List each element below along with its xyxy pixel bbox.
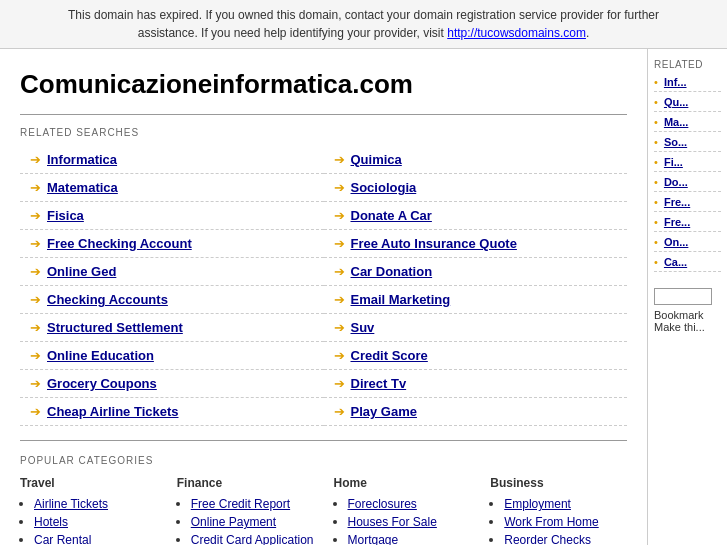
link-structured-settlement[interactable]: Structured Settlement (47, 320, 183, 335)
link-free-auto-insurance[interactable]: Free Auto Insurance Quote (351, 236, 517, 251)
sidebar-link-item: • Ma... (654, 116, 721, 132)
link-credit-score[interactable]: Credit Score (351, 348, 428, 363)
banner-link[interactable]: http://tucowsdomains.com (447, 26, 586, 40)
sidebar-link-item: • Do... (654, 176, 721, 192)
link-play-game[interactable]: Play Game (351, 404, 418, 419)
list-item: ➔ Donate A Car (324, 202, 628, 230)
sidebar-link-fre2[interactable]: Fre... (664, 216, 690, 228)
category-list-business: Employment Work From Home Reorder Checks (490, 496, 627, 545)
top-banner: This domain has expired. If you owned th… (0, 0, 727, 49)
link-online-education[interactable]: Online Education (47, 348, 154, 363)
sidebar-link-on[interactable]: On... (664, 236, 688, 248)
arrow-icon: ➔ (334, 376, 345, 391)
link-quimica[interactable]: Quimica (351, 152, 402, 167)
category-title-finance: Finance (177, 476, 314, 490)
arrow-icon: • (654, 136, 658, 148)
sidebar-link-ca[interactable]: Ca... (664, 256, 687, 268)
list-item: ➔ Free Auto Insurance Quote (324, 230, 628, 258)
link-cheap-airline[interactable]: Cheap Airline Tickets (47, 404, 179, 419)
list-item: ➔ Fisica (20, 202, 324, 230)
sidebar-link-item: • So... (654, 136, 721, 152)
arrow-icon: • (654, 176, 658, 188)
list-item: Work From Home (504, 514, 627, 529)
category-list-finance: Free Credit Report Online Payment Credit… (177, 496, 314, 545)
popular-col-home: Home Foreclosures Houses For Sale Mortga… (334, 476, 471, 545)
link-houses-for-sale[interactable]: Houses For Sale (348, 515, 437, 529)
sidebar-link-do[interactable]: Do... (664, 176, 688, 188)
site-title: Comunicazioneinformatica.com (20, 59, 627, 115)
list-item: ➔ Direct Tv (324, 370, 628, 398)
sidebar-link-ma[interactable]: Ma... (664, 116, 688, 128)
arrow-icon: ➔ (334, 292, 345, 307)
link-online-payment[interactable]: Online Payment (191, 515, 276, 529)
arrow-icon: ➔ (334, 236, 345, 251)
link-car-rental[interactable]: Car Rental (34, 533, 91, 545)
arrow-icon: ➔ (30, 376, 41, 391)
link-credit-card-application[interactable]: Credit Card Application (191, 533, 314, 545)
link-suv[interactable]: Suv (351, 320, 375, 335)
sidebar-link-so[interactable]: So... (664, 136, 687, 148)
list-item: Reorder Checks (504, 532, 627, 545)
right-links-column: ➔ Quimica ➔ Sociologia ➔ Donate A Car ➔ … (324, 146, 628, 426)
arrow-icon: ➔ (30, 292, 41, 307)
links-grid: ➔ Informatica ➔ Matematica ➔ Fisica ➔ Fr… (20, 146, 627, 426)
link-donate-a-car[interactable]: Donate A Car (351, 208, 432, 223)
sidebar-link-inf[interactable]: Inf... (664, 76, 687, 88)
popular-col-finance: Finance Free Credit Report Online Paymen… (177, 476, 314, 545)
bookmark-label: Bookmark (654, 309, 721, 321)
list-item: ➔ Cheap Airline Tickets (20, 398, 324, 426)
arrow-icon: ➔ (30, 348, 41, 363)
list-item: ➔ Credit Score (324, 342, 628, 370)
link-employment[interactable]: Employment (504, 497, 571, 511)
link-direct-tv[interactable]: Direct Tv (351, 376, 407, 391)
link-online-ged[interactable]: Online Ged (47, 264, 116, 279)
list-item: ➔ Online Education (20, 342, 324, 370)
list-item: Online Payment (191, 514, 314, 529)
link-informatica[interactable]: Informatica (47, 152, 117, 167)
list-item: Foreclosures (348, 496, 471, 511)
list-item: Credit Card Application (191, 532, 314, 545)
make-label: Make thi... (654, 321, 721, 333)
list-item: Free Credit Report (191, 496, 314, 511)
link-grocery-coupons[interactable]: Grocery Coupons (47, 376, 157, 391)
popular-grid: Travel Airline Tickets Hotels Car Rental… (20, 476, 627, 545)
link-hotels[interactable]: Hotels (34, 515, 68, 529)
left-links-column: ➔ Informatica ➔ Matematica ➔ Fisica ➔ Fr… (20, 146, 324, 426)
sidebar-link-item: • On... (654, 236, 721, 252)
link-checking-accounts[interactable]: Checking Accounts (47, 292, 168, 307)
arrow-icon: ➔ (334, 264, 345, 279)
link-mortgage[interactable]: Mortgage (348, 533, 399, 545)
arrow-icon: ➔ (30, 404, 41, 419)
arrow-icon: • (654, 256, 658, 268)
sidebar-link-item: • Qu... (654, 96, 721, 112)
sidebar-link-qu[interactable]: Qu... (664, 96, 688, 108)
sidebar-link-item: • Fre... (654, 196, 721, 212)
list-item: ➔ Structured Settlement (20, 314, 324, 342)
link-reorder-checks[interactable]: Reorder Checks (504, 533, 591, 545)
link-fisica[interactable]: Fisica (47, 208, 84, 223)
category-title-travel: Travel (20, 476, 157, 490)
sidebar-link-fre1[interactable]: Fre... (664, 196, 690, 208)
link-foreclosures[interactable]: Foreclosures (348, 497, 417, 511)
sidebar-link-fi[interactable]: Fi... (664, 156, 683, 168)
sidebar-link-item: • Ca... (654, 256, 721, 272)
link-free-credit-report[interactable]: Free Credit Report (191, 497, 290, 511)
list-item: ➔ Car Donation (324, 258, 628, 286)
sidebar-link-item: • Fi... (654, 156, 721, 172)
link-free-checking[interactable]: Free Checking Account (47, 236, 192, 251)
sidebar-input[interactable] (654, 288, 712, 305)
link-matematica[interactable]: Matematica (47, 180, 118, 195)
link-email-marketing[interactable]: Email Marketing (351, 292, 451, 307)
sidebar-related-label: RELATED (654, 59, 721, 70)
related-searches-label: RELATED SEARCHES (20, 127, 627, 138)
link-airline-tickets[interactable]: Airline Tickets (34, 497, 108, 511)
list-item: ➔ Play Game (324, 398, 628, 426)
category-list-home: Foreclosures Houses For Sale Mortgage (334, 496, 471, 545)
popular-col-business: Business Employment Work From Home Reord… (490, 476, 627, 545)
link-work-from-home[interactable]: Work From Home (504, 515, 598, 529)
arrow-icon: ➔ (334, 152, 345, 167)
link-sociologia[interactable]: Sociologia (351, 180, 417, 195)
arrow-icon: ➔ (30, 208, 41, 223)
arrow-icon: ➔ (334, 208, 345, 223)
link-car-donation[interactable]: Car Donation (351, 264, 433, 279)
